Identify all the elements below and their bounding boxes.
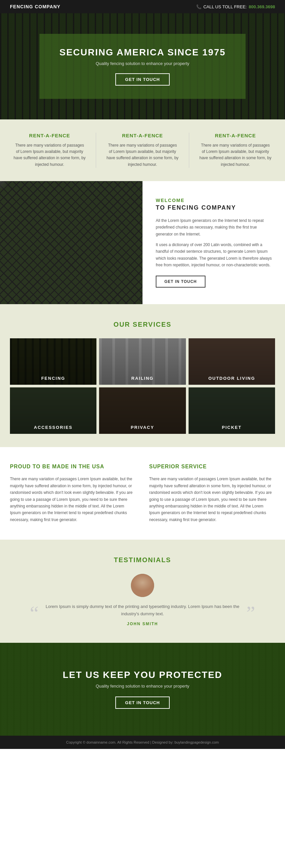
cta-content: LET US KEEP YOU PROTECTED Quality fencin… xyxy=(63,670,222,709)
testimonial-avatar xyxy=(131,574,154,597)
avatar-image xyxy=(131,574,154,597)
hero-title: SECURING AMERICA SINCE 1975 xyxy=(59,47,226,58)
feature-divider-1 xyxy=(96,133,96,168)
service-label-privacy: PRIVACY xyxy=(99,425,186,430)
services-title: OUR SERVICES xyxy=(10,321,275,328)
service-item-accessories[interactable]: ACCESSORIES xyxy=(10,388,97,434)
services-section: OUR SERVICES FENCING RAILING OUTDOOR LIV… xyxy=(0,304,285,447)
testimonial-body: Lorem Ipsum is simply dummy text of the … xyxy=(39,603,247,626)
feature-title-2: RENT-A-FENCE xyxy=(106,133,179,138)
testimonial-quote-block: “ Lorem Ipsum is simply dummy text of th… xyxy=(10,603,275,626)
usa-col-2-title: SUPERIOR SERVICE xyxy=(149,464,275,470)
feature-text-2: There are many variations of passages of… xyxy=(106,142,179,168)
testimonials-section: TESTIMONIALS “ Lorem Ipsum is simply dum… xyxy=(0,540,285,643)
welcome-title: TO FENCING COMPANY xyxy=(156,204,272,211)
feature-text-3: There are many variations of passages of… xyxy=(199,142,272,168)
feature-item-1: RENT-A-FENCE There are many variations o… xyxy=(10,133,89,168)
features-section: RENT-A-FENCE There are many variations o… xyxy=(0,119,285,181)
cta-section: LET US KEEP YOU PROTECTED Quality fencin… xyxy=(0,643,285,736)
usa-section: PROUD TO BE MADE IN THE USA There are ma… xyxy=(0,447,285,540)
site-logo: FENCING COMPANY xyxy=(10,4,60,9)
usa-col-1: PROUD TO BE MADE IN THE USA There are ma… xyxy=(10,464,136,523)
site-footer: Copyright © domainname.com. All Rights R… xyxy=(0,736,285,749)
usa-col-1-text: There are many variation of passages Lor… xyxy=(10,476,136,523)
feature-item-3: RENT-A-FENCE There are many variations o… xyxy=(196,133,275,168)
service-item-picket[interactable]: PICKET xyxy=(188,388,275,434)
service-item-railing[interactable]: RAILING xyxy=(99,338,186,385)
feature-text-1: There are many variations of passages of… xyxy=(13,142,86,168)
hero-subtitle: Quality fencing solution to enhance your… xyxy=(59,61,226,66)
cta-title: LET US KEEP YOU PROTECTED xyxy=(63,670,222,680)
welcome-section: WELCOME TO FENCING COMPANY All the Lorem… xyxy=(0,181,285,305)
welcome-image xyxy=(0,181,143,305)
hero-cta-button[interactable]: GET IN TOUCH xyxy=(115,73,170,86)
usa-col-1-title: PROUD TO BE MADE IN THE USA xyxy=(10,464,136,470)
cta-button[interactable]: GET IN TOUCH xyxy=(115,696,170,709)
feature-title-3: RENT-A-FENCE xyxy=(199,133,272,138)
service-label-fencing: FENCING xyxy=(10,376,97,381)
header-phone: 📞 CALL US TOLL FREE: 800.369.3698 xyxy=(196,4,275,9)
phone-icon: 📞 xyxy=(196,4,202,9)
phone-label: CALL US TOLL FREE: xyxy=(204,4,247,9)
quote-open-mark: “ xyxy=(30,603,39,623)
testimonials-title: TESTIMONIALS xyxy=(10,556,275,564)
service-label-railing: RAILING xyxy=(99,376,186,381)
quote-close-mark: ” xyxy=(246,603,255,623)
feature-title-1: RENT-A-FENCE xyxy=(13,133,86,138)
service-item-outdoor[interactable]: OUTDOOR LIVING xyxy=(188,338,275,385)
welcome-text-1: All the Lorem Ipsum generators on the In… xyxy=(156,217,272,238)
site-header: FENCING COMPANY 📞 CALL US TOLL FREE: 800… xyxy=(0,0,285,13)
welcome-cta-button[interactable]: GET IN TOUCH xyxy=(156,276,206,287)
testimonial-text: Lorem Ipsum is simply dummy text of the … xyxy=(45,603,240,618)
services-grid: FENCING RAILING OUTDOOR LIVING ACCESSORI… xyxy=(10,338,275,434)
usa-col-2: SUPERIOR SERVICE There are many variatio… xyxy=(149,464,275,523)
service-item-privacy[interactable]: PRIVACY xyxy=(99,388,186,434)
welcome-content: WELCOME TO FENCING COMPANY All the Lorem… xyxy=(143,181,285,305)
welcome-label: WELCOME xyxy=(156,198,272,203)
feature-item-2: RENT-A-FENCE There are many variations o… xyxy=(103,133,182,168)
service-label-picket: PICKET xyxy=(188,425,275,430)
service-label-outdoor: OUTDOOR LIVING xyxy=(188,376,275,381)
hero-section: SECURING AMERICA SINCE 1975 Quality fenc… xyxy=(0,13,285,119)
welcome-fence-image xyxy=(0,181,143,305)
service-item-fencing[interactable]: FENCING xyxy=(10,338,97,385)
footer-text: Copyright © domainname.com. All Rights R… xyxy=(66,740,219,744)
hero-content: SECURING AMERICA SINCE 1975 Quality fenc… xyxy=(39,34,246,99)
welcome-text-2: It uses a dictionary of over 200 Latin w… xyxy=(156,242,272,269)
phone-number: 800.369.3698 xyxy=(249,4,275,9)
feature-divider-2 xyxy=(189,133,189,168)
usa-col-2-text: There are many variation of passages Lor… xyxy=(149,476,275,523)
testimonial-name: JOHN SMITH xyxy=(45,622,240,626)
cta-subtitle: Quality fencing solution to enhance your… xyxy=(63,684,222,688)
service-label-accessories: ACCESSORIES xyxy=(10,425,97,430)
